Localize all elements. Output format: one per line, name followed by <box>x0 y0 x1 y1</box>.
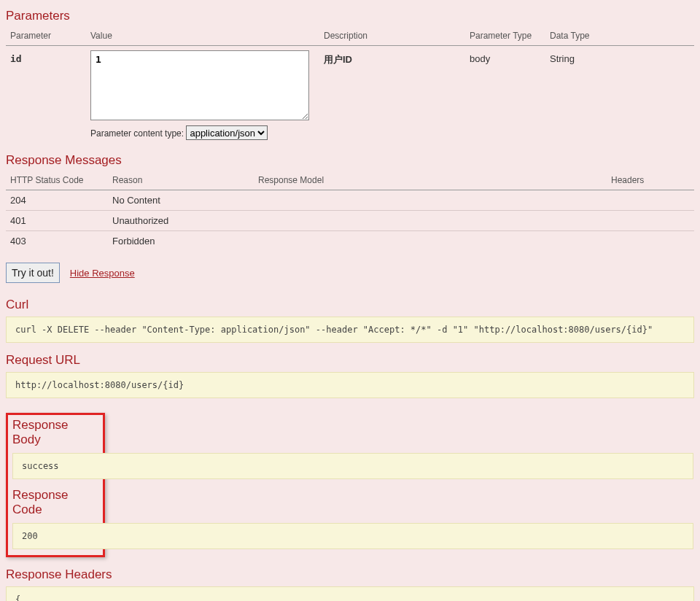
response-body-title: Response Body <box>12 418 98 447</box>
response-headers-title: Response Headers <box>6 567 694 582</box>
resp-code: 204 <box>6 190 108 211</box>
request-url-block: http://localhost:8080/users/{id} <box>6 372 694 398</box>
resp-code: 401 <box>6 211 108 231</box>
parameters-header-parameter: Parameter <box>6 28 86 46</box>
resp-reason: Forbidden <box>108 231 254 252</box>
response-headers-block: { "date": "Tue, 05 Mar 2019 03:09:23 GMT… <box>6 586 694 601</box>
curl-block: curl -X DELETE --header "Content-Type: a… <box>6 317 694 343</box>
parameter-description: 用户ID <box>319 46 465 145</box>
resp-msg-header-code: HTTP Status Code <box>6 172 108 190</box>
response-messages-table: HTTP Status Code Reason Response Model H… <box>6 172 694 251</box>
request-url-title: Request URL <box>6 353 694 368</box>
resp-reason: No Content <box>108 190 254 211</box>
parameter-type: body <box>465 46 545 145</box>
response-body-block: success <box>12 453 693 479</box>
parameters-table: Parameter Value Description Parameter Ty… <box>6 28 694 144</box>
resp-msg-header-headers: Headers <box>607 172 694 190</box>
resp-msg-header-model: Response Model <box>254 172 607 190</box>
content-type-select[interactable]: application/json <box>186 125 268 140</box>
response-message-row: 204 No Content <box>6 190 694 211</box>
response-code-block: 200 <box>12 523 693 549</box>
parameter-datatype: String <box>545 46 694 145</box>
parameter-row: id Parameter content type: application/j… <box>6 46 694 145</box>
response-code-title: Response Code <box>12 488 98 517</box>
response-message-row: 401 Unauthorized <box>6 211 694 231</box>
parameters-header-description: Description <box>319 28 465 46</box>
parameters-header-dtype: Data Type <box>545 28 694 46</box>
parameters-title: Parameters <box>6 9 694 23</box>
hide-response-link[interactable]: Hide Response <box>70 268 135 279</box>
parameter-name: id <box>6 46 86 145</box>
parameter-value-input[interactable] <box>90 50 309 120</box>
curl-title: Curl <box>6 298 694 312</box>
resp-msg-header-reason: Reason <box>108 172 254 190</box>
content-type-label: Parameter content type: <box>90 128 184 139</box>
response-messages-title: Response Messages <box>6 153 694 168</box>
parameters-header-ptype: Parameter Type <box>465 28 545 46</box>
try-it-out-button[interactable]: Try it out! <box>6 263 60 283</box>
response-highlight-box: Response Body success Response Code 200 <box>6 413 105 557</box>
parameters-header-value: Value <box>86 28 319 46</box>
response-message-row: 403 Forbidden <box>6 231 694 252</box>
resp-code: 403 <box>6 231 108 252</box>
resp-reason: Unauthorized <box>108 211 254 231</box>
